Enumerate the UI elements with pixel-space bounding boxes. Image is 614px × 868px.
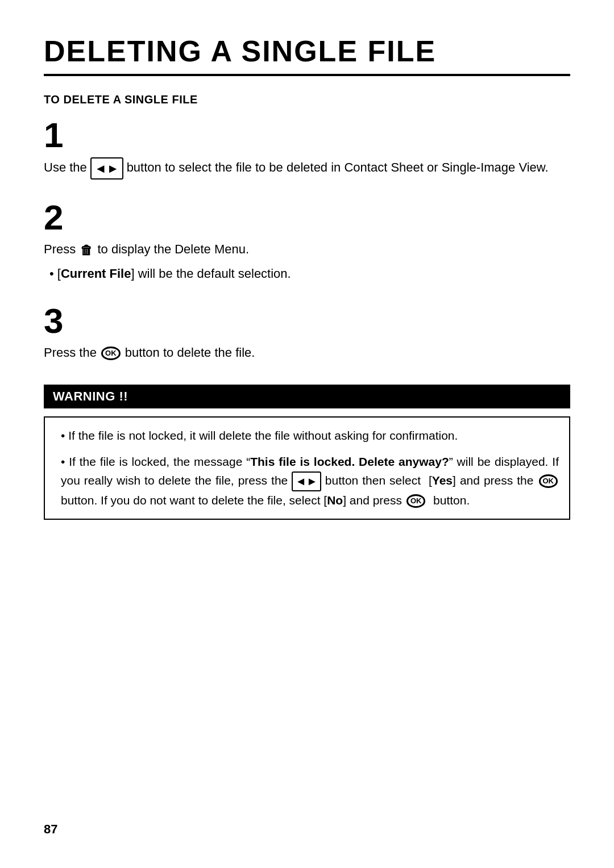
warning-arrow-icon: ◄► (292, 471, 321, 491)
arrow-left-right-icon: ◄► (90, 157, 123, 180)
step-2-press-label: Press (44, 242, 79, 256)
section-heading: TO DELETE A SINGLE FILE (44, 93, 570, 106)
warning-no-label: No (327, 494, 343, 507)
warning-bold-message: This file is locked. Delete anyway? (250, 455, 449, 468)
trash-icon: 🗑 (80, 241, 93, 260)
warning-item-2: If the file is locked, the message “This… (55, 453, 559, 510)
title-divider (44, 74, 570, 76)
step-2: 2 Press 🗑 to display the Delete Menu. [C… (44, 200, 570, 283)
step-3-number: 3 (44, 303, 570, 339)
warning-content: If the file is not locked, it will delet… (44, 416, 570, 520)
warning-title: WARNING !! (53, 389, 128, 403)
step-2-current-file-label: Current File (61, 266, 131, 281)
step-3: 3 Press the OK button to delete the file… (44, 303, 570, 362)
step-1-text: Use the ◄► button to select the file to … (44, 157, 570, 180)
step-2-number: 2 (44, 200, 570, 235)
step-2-bullet-bracket-close: ] will be the default selection. (131, 266, 291, 281)
step-3-text-after: button to delete the file. (125, 345, 255, 360)
warning-item-1: If the file is not locked, it will delet… (55, 427, 559, 445)
step-1-text-after: button to select the file to be deleted … (127, 160, 549, 174)
warning-ok-icon-2: OK (406, 494, 426, 508)
step-2-bullet: [Current File] will be the default selec… (44, 264, 570, 283)
page-number: 87 (44, 822, 57, 837)
step-1: 1 Use the ◄► button to select the file t… (44, 118, 570, 180)
step-2-text: Press 🗑 to display the Delete Menu. (44, 240, 570, 260)
step-1-number: 1 (44, 118, 570, 153)
step-2-text-after: to display the Delete Menu. (97, 242, 249, 256)
step-1-text-before: Use the (44, 160, 90, 174)
ok-button-icon: OK (101, 347, 121, 360)
warning-header: WARNING !! (44, 385, 570, 408)
warning-yes-label: Yes (432, 474, 453, 487)
warning-section: WARNING !! If the file is not locked, it… (44, 385, 570, 520)
page-title: DELETING A SINGLE FILE (44, 34, 570, 68)
step-3-text: Press the OK button to delete the file. (44, 343, 570, 362)
warning-ok-icon-1: OK (539, 474, 558, 488)
step-3-press-label: Press the (44, 345, 100, 360)
